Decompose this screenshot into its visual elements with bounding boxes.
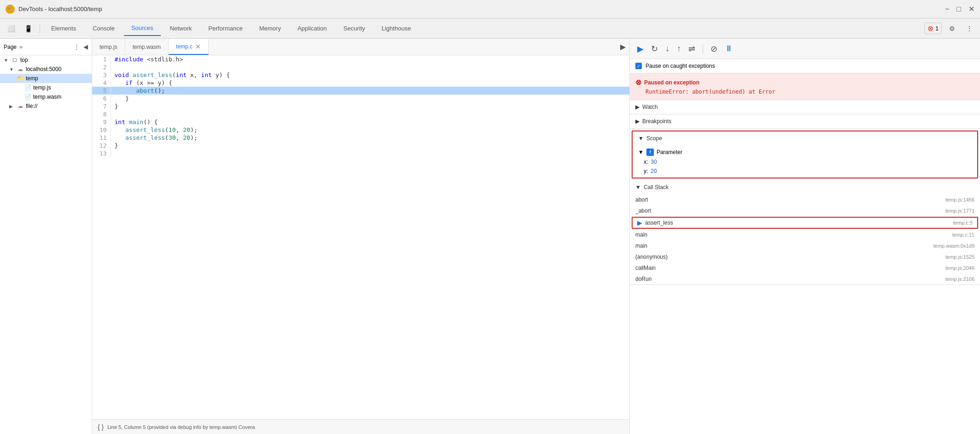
callstack-frame-main-wasm[interactable]: main temp.wasm:0x1d9 — [630, 240, 980, 251]
step-out-button[interactable]: ↑ — [675, 42, 683, 55]
scope-x-label: x: — [644, 159, 648, 165]
line-number: 5 — [92, 87, 111, 95]
frame-name-anonymous: (anonymous) — [635, 254, 945, 260]
more-options-icon[interactable]: ⋮ — [74, 43, 80, 50]
frame-loc-abort: temp.js:1456 — [945, 197, 974, 202]
settings-button[interactable]: ⚙ — [945, 23, 959, 34]
more-button[interactable]: ⋮ — [962, 23, 976, 34]
maximize-button[interactable]: □ — [957, 5, 961, 13]
line-number: 13 — [92, 149, 111, 157]
tab-memory[interactable]: Memory — [252, 21, 288, 36]
scope-x-value: 30 — [651, 159, 657, 165]
debug-sections[interactable]: ▶ Watch ▶ Breakpoints ▼ Scope — [630, 100, 980, 434]
callstack-frame-assert_less[interactable]: ▶ assert_less temp.c:5 — [632, 217, 978, 229]
pause-exceptions-checkbox[interactable] — [635, 63, 642, 69]
code-line-7: 7 } — [92, 102, 629, 110]
tree-item-file[interactable]: ▶ ☁ file:// — [0, 101, 92, 111]
arrow-icon: ▶ — [637, 219, 642, 226]
breakpoints-header[interactable]: ▶ Breakpoints — [630, 114, 980, 128]
tree-label-tempjs: temp.js — [33, 84, 51, 91]
scope-label: Scope — [646, 135, 662, 142]
scope-parameter-row[interactable]: ▼ f Parameter — [633, 147, 977, 157]
callstack-section: ▼ Call Stack abort temp.js:1456 _abort t… — [630, 180, 980, 285]
error-badge-button[interactable]: ⊗ 1 — [924, 23, 942, 34]
file-tab-label-tempwasm: temp.wasm — [133, 44, 161, 50]
tab-performance[interactable]: Performance — [201, 21, 250, 36]
file-tab-label-tempc: temp.c — [176, 43, 193, 50]
tree-item-localhost[interactable]: ▼ ☁ localhost:5000 — [0, 65, 92, 74]
pause-button[interactable]: ⏸ — [723, 42, 735, 55]
tab-elements[interactable]: Elements — [44, 21, 83, 36]
chevron-down-icon: ▼ — [638, 135, 644, 142]
tab-sources[interactable]: Sources — [124, 21, 161, 36]
step-over-button[interactable]: ↻ — [649, 42, 660, 56]
file-tab-tempwasm[interactable]: temp.wasm — [125, 39, 169, 55]
callstack-frame-dorun[interactable]: doRun temp.js:2106 — [630, 273, 980, 285]
chevron-right-icon: ▶ — [9, 104, 15, 109]
cloud-icon: ☁ — [17, 103, 24, 109]
callstack-frame-main-c[interactable]: main temp.c:11 — [630, 229, 980, 240]
frame-loc-assert_less: temp.c:5 — [953, 220, 973, 226]
frame-name-callmain: callMain — [635, 265, 945, 271]
device-toggle-button[interactable]: 📱 — [21, 23, 36, 34]
exception-banner: ⊗ Paused on exception RuntimeError: abor… — [630, 73, 980, 100]
error-icon: ⊗ — [635, 78, 641, 87]
scope-header[interactable]: ▼ Scope — [633, 131, 977, 145]
file-tree: ▼ □ top ▼ ☁ localhost:5000 📁 temp 📄 temp… — [0, 55, 92, 434]
code-content: 1 #include <stdlib.h> 2 3 void assert_le… — [92, 55, 629, 157]
status-bar: { } Line 5, Column 5 (provided via debug… — [92, 419, 629, 434]
breakpoints-section: ▶ Breakpoints — [630, 114, 980, 129]
top-navigation: ⬜ 📱 Elements Console Sources Network Per… — [0, 18, 980, 39]
callstack-frame-_abort[interactable]: _abort temp.js:1771 — [630, 205, 980, 216]
tab-lighthouse[interactable]: Lighthouse — [374, 21, 418, 36]
line-content: } — [111, 142, 629, 149]
deactivate-breakpoints-button[interactable]: ⊘ — [709, 42, 719, 56]
minimize-button[interactable]: − — [945, 5, 949, 13]
watch-label: Watch — [642, 104, 658, 110]
line-content: } — [111, 102, 629, 110]
file-tab-tempc[interactable]: temp.c ✕ — [169, 39, 209, 55]
scope-section: ▼ Scope ▼ f Parameter x: 30 y: — [632, 131, 978, 178]
tab-nav-button[interactable]: ▶ — [616, 42, 629, 51]
line-content — [111, 63, 629, 71]
line-number: 7 — [92, 102, 111, 110]
tree-item-tempjs[interactable]: 📄 temp.js — [0, 83, 92, 92]
pause-exceptions-label: Pause on caught exceptions — [646, 63, 715, 69]
inspect-element-button[interactable]: ⬜ — [4, 23, 19, 34]
watch-header[interactable]: ▶ Watch — [630, 100, 980, 114]
tab-application[interactable]: Application — [290, 21, 334, 36]
frame-loc-main-c: temp.c:11 — [952, 232, 974, 238]
line-content — [111, 110, 629, 118]
step-into-button[interactable]: ↓ — [663, 42, 671, 55]
code-line-1: 1 #include <stdlib.h> — [92, 55, 629, 63]
code-editor[interactable]: 1 #include <stdlib.h> 2 3 void assert_le… — [92, 55, 629, 419]
line-content: int main() { — [111, 118, 629, 126]
step-button[interactable]: ⇌ — [687, 42, 697, 56]
line-number: 3 — [92, 71, 111, 79]
pause-exceptions-row[interactable]: Pause on caught exceptions — [630, 59, 980, 73]
cloud-icon: ☁ — [17, 66, 24, 72]
tree-item-top[interactable]: ▼ □ top — [0, 55, 92, 65]
error-circle-icon: ⊗ — [927, 24, 933, 33]
scope-y-label: y: — [644, 168, 648, 174]
debug-toolbar: ▶ ↻ ↓ ↑ ⇌ ⊘ ⏸ — [630, 39, 980, 59]
tab-network[interactable]: Network — [163, 21, 200, 36]
code-line-3: 3 void assert_less(int x, int y) { — [92, 71, 629, 79]
sidebar-toggle-button[interactable]: ◀ — [83, 43, 88, 50]
nav-divider — [40, 24, 40, 33]
format-button[interactable]: { } — [98, 423, 104, 431]
tree-item-tempwasm[interactable]: 📄 temp.wasm — [0, 92, 92, 101]
close-button[interactable]: ✕ — [968, 5, 974, 13]
file-tab-tempjs[interactable]: temp.js — [92, 39, 125, 55]
exception-title-text: Paused on exception — [644, 79, 699, 86]
callstack-header[interactable]: ▼ Call Stack — [630, 180, 980, 194]
close-tab-icon[interactable]: ✕ — [195, 43, 201, 50]
error-count: 1 — [935, 25, 939, 32]
callstack-frame-callmain[interactable]: callMain temp.js:2046 — [630, 262, 980, 273]
tab-console[interactable]: Console — [85, 21, 122, 36]
callstack-frame-anonymous[interactable]: (anonymous) temp.js:1525 — [630, 251, 980, 262]
callstack-frame-abort[interactable]: abort temp.js:1456 — [630, 194, 980, 205]
tree-item-temp[interactable]: 📁 temp — [0, 74, 92, 83]
tab-security[interactable]: Security — [336, 21, 372, 36]
resume-button[interactable]: ▶ — [635, 42, 646, 56]
